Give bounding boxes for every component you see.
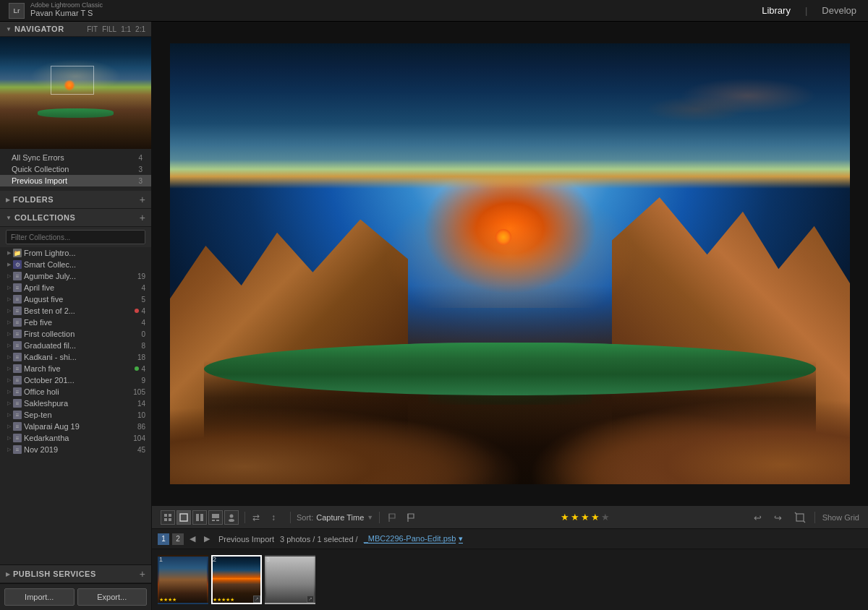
filter-collections-area: [0, 227, 151, 247]
expand-icon: ▷: [7, 412, 11, 418]
collection-item-august[interactable]: ▷ ≡ August five 5: [0, 293, 151, 305]
star-4[interactable]: ★: [591, 512, 600, 523]
import-button[interactable]: Import...: [4, 588, 75, 606]
collection-item-agumbe[interactable]: ▷ ≡ Agumbe July... 19: [0, 270, 151, 282]
collection-item-march[interactable]: ▷ ≡ March five 4: [0, 363, 151, 374]
pick-flag-btn[interactable]: [404, 510, 419, 525]
svg-text:↕: ↕: [271, 512, 276, 523]
collection-item-saklesh[interactable]: ▷ ≡ Sakleshpura 14: [0, 398, 151, 409]
fill-btn[interactable]: FILL: [102, 25, 116, 33]
publish-header[interactable]: ▶ Publish Services +: [0, 565, 151, 583]
nav-left-btn[interactable]: ◀: [187, 533, 198, 545]
collection-item-nov2019[interactable]: ▷ ≡ Nov 2019 45: [0, 444, 151, 455]
people-view-btn[interactable]: [224, 510, 239, 525]
collection-item-graduated[interactable]: ▷ ≡ Graduated fil... 8: [0, 340, 151, 351]
star-3[interactable]: ★: [581, 512, 590, 523]
svg-rect-8: [212, 520, 215, 521]
sort-arrow[interactable]: ▼: [367, 514, 373, 521]
star-rating[interactable]: ★ ★ ★ ★ ★: [561, 512, 610, 523]
collection-item-bestten[interactable]: ▷ ≡ Best ten of 2... 4: [0, 305, 151, 317]
expand-icon: ▷: [7, 435, 11, 441]
navigator-title: Navigator: [14, 25, 64, 33]
previous-import-item[interactable]: Previous Import 3: [0, 175, 151, 186]
collection-item-first[interactable]: ▷ ≡ First collection 0: [0, 328, 151, 340]
expand-icon: ▷: [7, 366, 11, 371]
folders-add-btn[interactable]: +: [140, 194, 145, 205]
collection-count: 104: [133, 434, 145, 442]
collection-icon: ≡: [13, 364, 22, 373]
expand-icon: ▷: [7, 308, 11, 314]
svg-rect-3: [169, 518, 171, 521]
collections-title: Collections: [14, 213, 75, 222]
thumb-item-1[interactable]: 1 ★★★★: [158, 555, 208, 604]
collection-item-septen[interactable]: ▷ ≡ Sep-ten 10: [0, 409, 151, 421]
expand-icon: ▷: [7, 273, 11, 279]
collection-count: 18: [137, 353, 145, 361]
collection-item-october[interactable]: ▷ ≡ October 201... 9: [0, 374, 151, 386]
nav-right-btn[interactable]: ▶: [201, 533, 213, 545]
fit-btn[interactable]: FIT: [87, 25, 98, 33]
sort-value[interactable]: Capture Time: [316, 513, 364, 522]
navigator-header[interactable]: ▼ Navigator FIT FILL 1:1 2:1: [0, 22, 151, 37]
show-grid-label[interactable]: Show Grid: [822, 513, 859, 522]
develop-module-btn[interactable]: Develop: [819, 4, 859, 17]
folders-header[interactable]: ▶ Folders +: [0, 191, 151, 209]
collection-count: 5: [141, 296, 145, 304]
collection-icon: ≡: [13, 272, 22, 280]
toolbar-left: ⇄ ↕ Sort: Capture Time ▼: [161, 510, 419, 525]
toolbar-right: ↩ ↪ Show Grid: [752, 510, 859, 525]
collection-item-april[interactable]: ▷ ≡ April five 4: [0, 282, 151, 293]
sort-icon[interactable]: ↕: [270, 510, 284, 525]
filmstrip-filename[interactable]: _MBC2296-Pano-Edit.psb ▾: [364, 534, 463, 544]
quick-collection-item[interactable]: Quick Collection 3: [0, 163, 151, 175]
sort-label: Sort:: [297, 513, 313, 522]
collection-name: Kedarkantha: [24, 434, 131, 442]
collection-item-from-lightroom[interactable]: ▶ 📁 From Lightro...: [0, 247, 151, 259]
navigator-preview[interactable]: [0, 37, 151, 149]
publish-add-btn[interactable]: +: [140, 568, 145, 580]
collection-name: Best ten of 2...: [24, 306, 132, 315]
star-1[interactable]: ★: [561, 512, 569, 523]
ratio-btn[interactable]: 2:1: [135, 25, 145, 33]
1to1-btn[interactable]: 1:1: [121, 25, 131, 33]
filmstrip-thumbs: 1 ★★★★ 2 ★★★★★ ↗ 3 ↗: [152, 549, 868, 610]
compare-view-btn[interactable]: [192, 510, 207, 525]
collection-item-feb[interactable]: ▷ ≡ Feb five 4: [0, 317, 151, 328]
topbar: Lr Adobe Lightroom Classic Pavan Kumar T…: [0, 0, 868, 22]
collection-item-smart[interactable]: ▶ ⚙ Smart Collec...: [0, 259, 151, 270]
collections-triangle: ▼: [6, 215, 12, 221]
left-panel: ▼ Navigator FIT FILL 1:1 2:1: [0, 22, 152, 610]
all-sync-errors-item[interactable]: All Sync Errors 4: [0, 152, 151, 163]
survey-view-btn[interactable]: [208, 510, 223, 525]
collection-count: 14: [137, 400, 145, 408]
star-5[interactable]: ★: [601, 512, 610, 523]
publish-triangle: ▶: [6, 571, 10, 577]
prev-photo-btn[interactable]: ⇄: [251, 510, 265, 525]
collection-item-kadkani[interactable]: ▷ ≡ Kadkani - shi... 18: [0, 351, 151, 363]
collection-icon: ≡: [13, 411, 22, 419]
crop-btn[interactable]: [793, 510, 807, 525]
nav-num-1[interactable]: 1: [158, 533, 169, 545]
collections-header[interactable]: ▼ Collections +: [0, 209, 151, 227]
app-name-label: Adobe Lightroom Classic: [30, 2, 103, 9]
collection-item-office[interactable]: ▷ ≡ Office holi 105: [0, 386, 151, 398]
filter-collections-input[interactable]: [6, 230, 145, 244]
star-2[interactable]: ★: [571, 512, 579, 523]
collection-item-valparai[interactable]: ▷ ≡ Valparai Aug 19 86: [0, 421, 151, 432]
collections-add-btn[interactable]: +: [140, 212, 145, 223]
expand-icon: ▷: [7, 424, 11, 429]
rotate-ccw-btn[interactable]: ↩: [752, 510, 767, 525]
reject-flag-btn[interactable]: [386, 510, 400, 525]
nav-num-2[interactable]: 2: [172, 533, 184, 545]
library-module-btn[interactable]: Library: [759, 4, 793, 17]
rotate-cw-btn[interactable]: ↪: [773, 510, 787, 525]
collection-item-kedar[interactable]: ▷ ≡ Kedarkantha 104: [0, 432, 151, 444]
lr-logo: Lr: [9, 3, 25, 19]
export-button[interactable]: Export...: [77, 588, 148, 606]
thumb-num-3: 3: [266, 556, 270, 563]
grid-view-btn[interactable]: [161, 510, 175, 525]
thumb-item-2[interactable]: 2 ★★★★★ ↗: [211, 555, 262, 604]
thumb-item-3[interactable]: 3 ↗: [265, 555, 315, 604]
loupe-view-btn[interactable]: [176, 510, 191, 525]
expand-icon: ▷: [7, 343, 11, 348]
